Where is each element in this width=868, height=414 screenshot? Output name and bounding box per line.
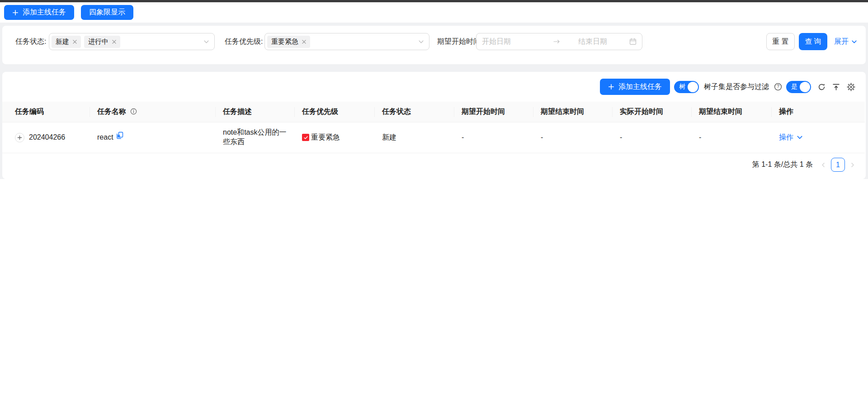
start-date-input[interactable]: 开始日期 bbox=[482, 37, 550, 47]
status-tag-inprogress: 进行中 bbox=[84, 36, 120, 48]
cell-task-status: 新建 bbox=[375, 122, 454, 153]
cell-task-priority: 重要紧急 bbox=[295, 122, 375, 153]
reset-button[interactable]: 重 置 bbox=[766, 33, 795, 50]
page-1-button[interactable]: 1 bbox=[831, 158, 845, 172]
plus-icon bbox=[12, 9, 19, 16]
cell-task-description: note和task公用的一些东西 bbox=[216, 122, 295, 153]
priority-tag-urgent-label: 重要紧急 bbox=[271, 38, 298, 46]
status-filter-label: 任务状态: bbox=[15, 33, 46, 50]
remove-tag-icon[interactable] bbox=[112, 40, 116, 44]
pagination-summary: 第 1-1 条/总共 1 条 bbox=[752, 160, 813, 169]
priority-select[interactable]: 重要紧急 bbox=[264, 33, 429, 50]
svg-text:?: ? bbox=[777, 84, 779, 89]
tree-mode-toggle[interactable]: 树 bbox=[674, 81, 699, 93]
info-icon[interactable] bbox=[130, 108, 137, 115]
priority-urgent-icon bbox=[302, 134, 309, 141]
col-task-name: 任务名称 bbox=[90, 102, 216, 122]
refresh-icon[interactable] bbox=[818, 83, 826, 91]
col-task-description: 任务描述 bbox=[216, 102, 295, 122]
chevron-down-icon bbox=[418, 39, 424, 45]
col-expected-start: 期望开始时间 bbox=[454, 102, 533, 122]
priority-filter-label: 任务优先级: bbox=[225, 33, 263, 50]
pagination: 第 1-1 条/总共 1 条 1 bbox=[752, 158, 855, 172]
status-tag-new-label: 新建 bbox=[56, 38, 69, 46]
chevron-down-icon bbox=[851, 39, 857, 45]
tree-mode-toggle-label: 树 bbox=[679, 83, 685, 91]
col-expected-end-2: 期望结束时间 bbox=[692, 102, 772, 122]
row-actions-dropdown[interactable]: 操作 bbox=[779, 133, 858, 142]
filter-card: 任务状态: 新建 进行中 任务优先级: 重要紧急 bbox=[2, 26, 866, 64]
add-main-task-panel-label: 添加主线任务 bbox=[618, 82, 662, 92]
tree-subset-filter-label: 树子集是否参与过滤 bbox=[704, 82, 769, 92]
task-code: 202404266 bbox=[29, 133, 65, 141]
subset-filter-toggle[interactable]: 是 bbox=[786, 81, 811, 93]
col-task-status: 任务状态 bbox=[375, 102, 454, 122]
task-table-card: 添加主线任务 树 树子集是否参与过滤 ? 是 bbox=[2, 72, 866, 179]
priority-tag-urgent: 重要紧急 bbox=[267, 36, 310, 48]
table-header-row: 任务编码 任务名称 任务描述 任务优先级 任务状态 期望开始时间 期望结束时间 … bbox=[2, 102, 865, 122]
arrow-right-icon bbox=[553, 39, 560, 44]
task-priority: 重要紧急 bbox=[311, 133, 340, 142]
toggle-knob bbox=[688, 82, 698, 92]
add-main-task-label: 添加主线任务 bbox=[23, 8, 66, 17]
remove-tag-icon[interactable] bbox=[302, 40, 306, 44]
add-main-task-button[interactable]: 添加主线任务 bbox=[4, 5, 74, 20]
cell-task-code: 202404266 bbox=[2, 122, 90, 153]
toggle-knob bbox=[800, 82, 810, 92]
quadrant-view-label: 四象限显示 bbox=[89, 8, 125, 17]
cell-actions: 操作 bbox=[772, 122, 865, 153]
cell-expected-end: - bbox=[533, 122, 613, 153]
subset-filter-toggle-label: 是 bbox=[791, 83, 797, 91]
cell-actual-start: - bbox=[613, 122, 692, 153]
top-toolbar: 添加主线任务 四象限显示 bbox=[0, 2, 868, 23]
help-icon[interactable]: ? bbox=[774, 83, 782, 91]
plus-icon bbox=[608, 84, 614, 90]
col-task-code: 任务编码 bbox=[2, 102, 90, 122]
status-select[interactable]: 新建 进行中 bbox=[49, 33, 215, 50]
date-filter-label: 期望开始时间 bbox=[437, 33, 481, 50]
table-row: 202404266 react note和task公用的一些东西 bbox=[2, 122, 865, 153]
end-date-input[interactable]: 结束日期 bbox=[578, 37, 629, 47]
remove-tag-icon[interactable] bbox=[73, 40, 77, 44]
next-page-button[interactable] bbox=[850, 162, 855, 168]
col-actions: 操作 bbox=[772, 102, 865, 122]
col-actual-start: 实际开始时间 bbox=[613, 102, 692, 122]
cell-expected-start: - bbox=[454, 122, 533, 153]
date-range-picker[interactable]: 开始日期 结束日期 bbox=[476, 33, 642, 50]
task-name: react bbox=[97, 133, 113, 141]
content-area: 任务状态: 新建 进行中 任务优先级: 重要紧急 bbox=[0, 23, 868, 179]
chevron-down-icon bbox=[797, 134, 803, 141]
task-description: note和task公用的一些东西 bbox=[223, 128, 288, 147]
expand-filters-label: 展开 bbox=[834, 37, 849, 47]
prev-page-button[interactable] bbox=[821, 162, 826, 168]
cell-task-name: react bbox=[90, 122, 216, 153]
col-task-priority: 任务优先级 bbox=[295, 102, 375, 122]
search-button[interactable]: 查 询 bbox=[799, 33, 827, 50]
status-tag-new: 新建 bbox=[52, 36, 81, 48]
chevron-down-icon bbox=[203, 39, 209, 45]
row-height-icon[interactable] bbox=[832, 83, 840, 91]
table-controls: 添加主线任务 树 树子集是否参与过滤 ? 是 bbox=[600, 79, 855, 95]
col-expected-end: 期望结束时间 bbox=[533, 102, 613, 122]
settings-gear-icon[interactable] bbox=[847, 83, 855, 91]
cell-expected-end-2: - bbox=[692, 122, 772, 153]
calendar-icon bbox=[629, 38, 637, 45]
expand-row-button[interactable] bbox=[15, 133, 24, 142]
task-status: 新建 bbox=[382, 133, 396, 141]
row-actions-label: 操作 bbox=[779, 133, 793, 142]
add-main-task-button-panel[interactable]: 添加主线任务 bbox=[600, 79, 670, 95]
expand-filters-link[interactable]: 展开 bbox=[834, 33, 857, 50]
copy-icon[interactable] bbox=[116, 132, 123, 139]
quadrant-view-button[interactable]: 四象限显示 bbox=[81, 5, 133, 20]
status-tag-inprogress-label: 进行中 bbox=[88, 38, 108, 46]
task-table: 任务编码 任务名称 任务描述 任务优先级 任务状态 期望开始时间 期望结束时间 … bbox=[2, 102, 865, 153]
